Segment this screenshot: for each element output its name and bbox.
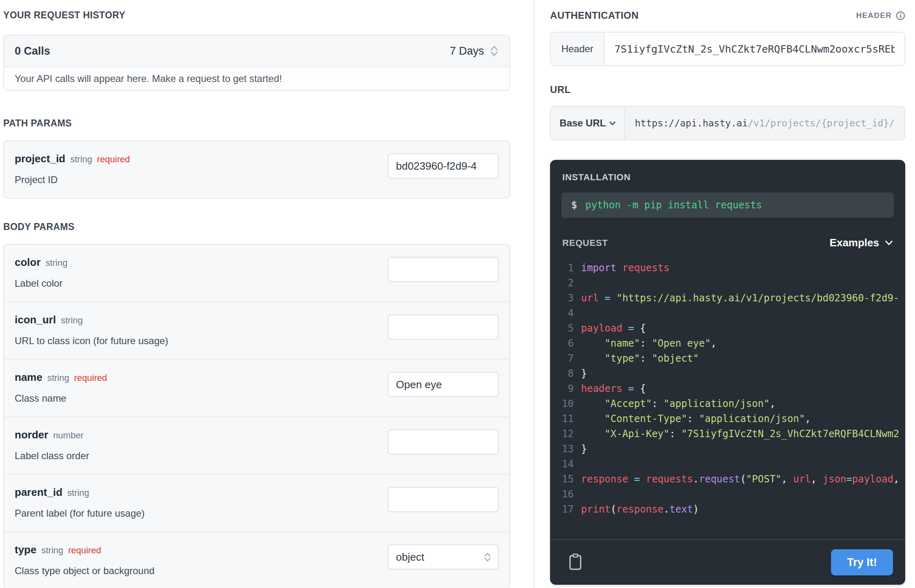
param-select-type[interactable]: object	[388, 544, 499, 570]
code-text: "name": "Open eye",	[581, 336, 905, 351]
line-number: 2	[550, 276, 581, 291]
code-line: 13}	[550, 442, 905, 457]
code-line: 9headers = {	[550, 381, 905, 396]
code-line: 15response = requests.request("POST", ur…	[550, 472, 905, 487]
param-type: string	[46, 258, 68, 268]
examples-dropdown[interactable]: Examples	[830, 237, 893, 249]
line-number: 17	[550, 502, 581, 517]
chevron-down-icon	[609, 121, 616, 126]
authentication-header-row: AUTHENTICATION HEADER	[550, 10, 905, 21]
param-type: string	[67, 488, 89, 498]
param-input-norder[interactable]	[388, 429, 499, 455]
authentication-heading: AUTHENTICATION	[550, 10, 639, 21]
request-header-row: REQUEST Examples	[562, 237, 893, 249]
path-params-card: project_id string required Project ID	[3, 140, 510, 199]
param-row: color string Label color	[4, 245, 509, 301]
code-text: headers = {	[581, 381, 905, 396]
request-history-card: 0 Calls 7 Days Your API calls will appea…	[3, 35, 510, 91]
param-description: Project ID	[15, 174, 130, 186]
param-required-flag: required	[68, 545, 101, 556]
param-name: icon_url	[15, 314, 56, 326]
request-heading: REQUEST	[562, 238, 608, 248]
param-type: string	[70, 154, 92, 165]
param-row: parent_id string Parent label (for futur…	[4, 474, 509, 531]
code-text: "X-Api-Key": "7S1iyfgIVcZtN_2s_VhCZkt7eR…	[581, 427, 905, 442]
param-required-flag: required	[74, 373, 107, 383]
calls-count: 0 Calls	[15, 45, 50, 57]
code-line: 2	[550, 276, 905, 291]
updown-stepper-icon	[490, 44, 499, 57]
param-name: type	[15, 544, 36, 556]
code-example-panel: INSTALLATION $ python -m pip install req…	[550, 160, 905, 585]
line-number: 8	[550, 366, 581, 381]
code-line: 10 "Accept": "application/json",	[550, 396, 905, 411]
param-input-name[interactable]	[388, 372, 499, 397]
base-url-dropdown[interactable]: Base URL	[551, 107, 625, 139]
code-line: 3url = "https://api.hasty.ai/v1/projects…	[550, 291, 905, 306]
code-line: 17print(response.text)	[550, 502, 905, 517]
param-description: Label class order	[15, 450, 89, 462]
code-text: print(response.text)	[581, 502, 905, 517]
param-description: Label color	[15, 278, 67, 289]
right-column: AUTHENTICATION HEADER Header URL Base UR…	[535, 0, 915, 588]
param-type: string	[61, 315, 83, 326]
base-url-label: Base URL	[559, 117, 606, 129]
code-line: 11 "Content-Type": "application/json",	[550, 411, 905, 427]
url-base-part: https://api.hasty.ai	[635, 118, 748, 128]
request-history-heading: YOUR REQUEST HISTORY	[3, 10, 510, 21]
code-line: 8}	[550, 366, 905, 381]
code-line: 6 "name": "Open eye",	[550, 336, 905, 351]
code-line: 1import requests	[550, 261, 905, 276]
code-text	[581, 306, 905, 321]
line-number: 16	[550, 487, 581, 502]
param-description: Class type object or background	[15, 565, 155, 577]
chevron-down-icon	[885, 240, 893, 245]
param-name: name	[15, 371, 42, 384]
param-input-project_id[interactable]	[388, 153, 499, 179]
code-text	[581, 457, 905, 472]
updown-stepper-icon	[484, 551, 491, 563]
param-input-icon_url[interactable]	[388, 314, 499, 340]
auth-type-badge[interactable]: HEADER	[856, 11, 905, 20]
code-line: 14	[550, 457, 905, 472]
line-number: 1	[550, 261, 581, 276]
examples-label: Examples	[830, 237, 879, 249]
history-period-select[interactable]: 7 Days	[450, 44, 499, 57]
code-text: import requests	[581, 261, 905, 276]
url-path-part: /v1/projects/{project_id}/	[748, 118, 895, 128]
param-required-flag: required	[97, 154, 130, 165]
line-number: 14	[550, 457, 581, 472]
code-text: "Content-Type": "application/json",	[581, 411, 905, 427]
installation-heading: INSTALLATION	[562, 172, 893, 183]
url-heading: URL	[550, 84, 905, 95]
param-input-color[interactable]	[388, 257, 499, 282]
param-row: icon_url string URL to class icon (for f…	[4, 301, 509, 359]
shell-prompt: $	[571, 199, 577, 211]
api-key-input[interactable]	[605, 33, 904, 65]
info-icon	[896, 11, 905, 20]
request-history-summary-row: 0 Calls 7 Days	[4, 35, 509, 66]
try-it-button[interactable]: Try It!	[831, 549, 893, 575]
line-number: 7	[550, 351, 581, 366]
request-url-value: https://api.hasty.ai/v1/projects/{projec…	[625, 107, 904, 139]
url-box: Base URL https://api.hasty.ai/v1/project…	[550, 106, 905, 140]
param-type: number	[53, 430, 84, 441]
clipboard-icon	[569, 553, 582, 572]
history-period-value: 7 Days	[450, 45, 484, 57]
line-number: 15	[550, 472, 581, 487]
code-editor[interactable]: 1import requests23url = "https://api.has…	[550, 261, 905, 539]
auth-type-label: HEADER	[856, 11, 892, 20]
copy-code-button[interactable]	[569, 553, 582, 572]
code-text: }	[581, 442, 905, 457]
path-params-heading: PATH PARAMS	[3, 118, 510, 129]
param-input-parent_id[interactable]	[388, 487, 499, 512]
param-row: type string required Class type object o…	[4, 531, 509, 588]
auth-header-box: Header	[550, 32, 905, 66]
line-number: 12	[550, 427, 581, 442]
param-type: string	[47, 373, 69, 383]
code-line: 7 "type": "object"	[550, 351, 905, 366]
param-row: norder number Label class order	[4, 416, 509, 474]
history-empty-message: Your API calls will appear here. Make a …	[4, 66, 509, 90]
install-command-box[interactable]: $ python -m pip install requests	[561, 192, 894, 218]
code-text: payload = {	[581, 321, 905, 336]
